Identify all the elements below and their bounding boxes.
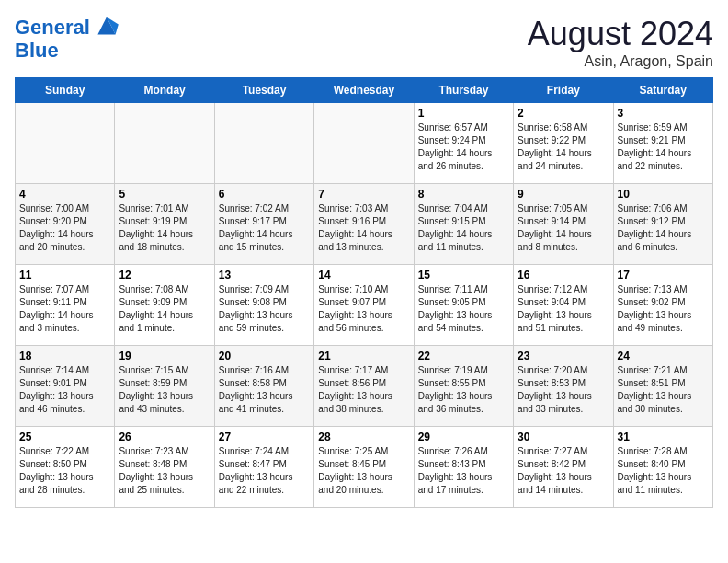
day-number: 22	[418, 350, 509, 362]
header-row: SundayMondayTuesdayWednesdayThursdayFrid…	[16, 78, 713, 103]
day-info: Sunrise: 7:21 AMSunset: 8:51 PMDaylight:…	[618, 364, 709, 416]
calendar-cell: 8Sunrise: 7:04 AMSunset: 9:15 PMDaylight…	[414, 184, 513, 265]
day-number: 29	[418, 431, 509, 443]
day-info: Sunrise: 7:19 AMSunset: 8:55 PMDaylight:…	[418, 364, 509, 416]
calendar-subtitle: Asin, Aragon, Spain	[528, 53, 713, 70]
calendar-cell: 19Sunrise: 7:15 AMSunset: 8:59 PMDayligh…	[115, 346, 214, 427]
day-info: Sunrise: 7:12 AMSunset: 9:04 PMDaylight:…	[518, 283, 609, 335]
calendar-cell: 10Sunrise: 7:06 AMSunset: 9:12 PMDayligh…	[613, 184, 712, 265]
day-info: Sunrise: 7:14 AMSunset: 9:01 PMDaylight:…	[19, 364, 110, 416]
week-row: 1Sunrise: 6:57 AMSunset: 9:24 PMDaylight…	[16, 103, 713, 184]
day-number: 2	[518, 107, 609, 120]
calendar-cell: 18Sunrise: 7:14 AMSunset: 9:01 PMDayligh…	[16, 346, 115, 427]
day-info: Sunrise: 7:15 AMSunset: 8:59 PMDaylight:…	[119, 364, 210, 416]
calendar-title: August 2024	[528, 15, 713, 53]
day-info: Sunrise: 7:08 AMSunset: 9:09 PMDaylight:…	[119, 283, 210, 335]
calendar-cell: 29Sunrise: 7:26 AMSunset: 8:43 PMDayligh…	[414, 427, 513, 508]
week-row: 4Sunrise: 7:00 AMSunset: 9:20 PMDaylight…	[16, 184, 713, 265]
day-number: 30	[518, 431, 609, 443]
weekday-header-friday: Friday	[514, 78, 613, 103]
calendar-cell	[214, 103, 313, 184]
day-info: Sunrise: 7:25 AMSunset: 8:45 PMDaylight:…	[318, 445, 409, 497]
day-info: Sunrise: 7:16 AMSunset: 8:58 PMDaylight:…	[219, 364, 310, 416]
calendar-cell: 6Sunrise: 7:02 AMSunset: 9:17 PMDaylight…	[214, 184, 313, 265]
calendar-cell: 17Sunrise: 7:13 AMSunset: 9:02 PMDayligh…	[613, 265, 712, 346]
weekday-header-wednesday: Wednesday	[314, 78, 414, 103]
day-info: Sunrise: 7:24 AMSunset: 8:47 PMDaylight:…	[219, 445, 310, 497]
day-info: Sunrise: 7:27 AMSunset: 8:42 PMDaylight:…	[518, 445, 609, 497]
calendar-cell: 31Sunrise: 7:28 AMSunset: 8:40 PMDayligh…	[613, 427, 712, 508]
calendar-cell	[115, 103, 214, 184]
day-number: 12	[119, 269, 210, 282]
day-info: Sunrise: 7:06 AMSunset: 9:12 PMDaylight:…	[618, 202, 709, 254]
calendar-cell: 22Sunrise: 7:19 AMSunset: 8:55 PMDayligh…	[414, 346, 513, 427]
logo-icon	[92, 13, 121, 39]
day-info: Sunrise: 7:01 AMSunset: 9:19 PMDaylight:…	[119, 202, 210, 254]
logo: General Blue	[15, 15, 121, 61]
calendar-cell: 7Sunrise: 7:03 AMSunset: 9:16 PMDaylight…	[314, 184, 414, 265]
day-number: 15	[418, 269, 509, 282]
calendar-cell: 1Sunrise: 6:57 AMSunset: 9:24 PMDaylight…	[414, 103, 513, 184]
day-info: Sunrise: 7:20 AMSunset: 8:53 PMDaylight:…	[518, 364, 609, 416]
weekday-header-saturday: Saturday	[613, 78, 712, 103]
calendar-cell: 20Sunrise: 7:16 AMSunset: 8:58 PMDayligh…	[214, 346, 313, 427]
day-info: Sunrise: 7:13 AMSunset: 9:02 PMDaylight:…	[618, 283, 709, 335]
day-number: 17	[618, 269, 709, 282]
calendar-cell	[16, 103, 115, 184]
day-info: Sunrise: 6:57 AMSunset: 9:24 PMDaylight:…	[418, 121, 509, 173]
week-row: 25Sunrise: 7:22 AMSunset: 8:50 PMDayligh…	[16, 427, 713, 508]
weekday-header-thursday: Thursday	[414, 78, 513, 103]
calendar-cell: 5Sunrise: 7:01 AMSunset: 9:19 PMDaylight…	[115, 184, 214, 265]
calendar-cell: 23Sunrise: 7:20 AMSunset: 8:53 PMDayligh…	[514, 346, 613, 427]
day-number: 24	[618, 350, 709, 362]
day-number: 11	[19, 269, 110, 282]
calendar-cell: 13Sunrise: 7:09 AMSunset: 9:08 PMDayligh…	[214, 265, 313, 346]
day-info: Sunrise: 7:11 AMSunset: 9:05 PMDaylight:…	[418, 283, 509, 335]
calendar-cell: 3Sunrise: 6:59 AMSunset: 9:21 PMDaylight…	[613, 103, 712, 184]
calendar-cell: 9Sunrise: 7:05 AMSunset: 9:14 PMDaylight…	[514, 184, 613, 265]
day-info: Sunrise: 7:22 AMSunset: 8:50 PMDaylight:…	[19, 445, 110, 497]
calendar-cell: 30Sunrise: 7:27 AMSunset: 8:42 PMDayligh…	[514, 427, 613, 508]
weekday-header-tuesday: Tuesday	[214, 78, 313, 103]
day-info: Sunrise: 7:04 AMSunset: 9:15 PMDaylight:…	[418, 202, 509, 254]
day-info: Sunrise: 7:10 AMSunset: 9:07 PMDaylight:…	[318, 283, 409, 335]
day-number: 4	[19, 188, 110, 201]
day-number: 1	[418, 107, 509, 120]
page-header: General Blue August 2024 Asin, Aragon, S…	[15, 15, 713, 70]
day-number: 27	[219, 431, 310, 443]
day-number: 25	[19, 431, 110, 443]
day-number: 13	[219, 269, 310, 282]
calendar-table: SundayMondayTuesdayWednesdayThursdayFrid…	[15, 77, 713, 508]
day-number: 16	[518, 269, 609, 282]
calendar-cell	[314, 103, 414, 184]
calendar-cell: 26Sunrise: 7:23 AMSunset: 8:48 PMDayligh…	[115, 427, 214, 508]
day-info: Sunrise: 7:26 AMSunset: 8:43 PMDaylight:…	[418, 445, 509, 497]
calendar-cell: 25Sunrise: 7:22 AMSunset: 8:50 PMDayligh…	[16, 427, 115, 508]
day-info: Sunrise: 7:07 AMSunset: 9:11 PMDaylight:…	[19, 283, 110, 335]
week-row: 11Sunrise: 7:07 AMSunset: 9:11 PMDayligh…	[16, 265, 713, 346]
logo-blue-text: Blue	[15, 40, 121, 61]
calendar-header: SundayMondayTuesdayWednesdayThursdayFrid…	[16, 78, 713, 103]
calendar-cell: 28Sunrise: 7:25 AMSunset: 8:45 PMDayligh…	[314, 427, 414, 508]
day-number: 23	[518, 350, 609, 362]
calendar-cell: 21Sunrise: 7:17 AMSunset: 8:56 PMDayligh…	[314, 346, 414, 427]
calendar-cell: 16Sunrise: 7:12 AMSunset: 9:04 PMDayligh…	[514, 265, 613, 346]
day-info: Sunrise: 7:28 AMSunset: 8:40 PMDaylight:…	[618, 445, 709, 497]
day-info: Sunrise: 6:59 AMSunset: 9:21 PMDaylight:…	[618, 121, 709, 173]
calendar-cell: 12Sunrise: 7:08 AMSunset: 9:09 PMDayligh…	[115, 265, 214, 346]
day-info: Sunrise: 7:09 AMSunset: 9:08 PMDaylight:…	[219, 283, 310, 335]
day-info: Sunrise: 7:23 AMSunset: 8:48 PMDaylight:…	[119, 445, 210, 497]
day-number: 3	[618, 107, 709, 120]
calendar-cell: 11Sunrise: 7:07 AMSunset: 9:11 PMDayligh…	[16, 265, 115, 346]
day-number: 20	[219, 350, 310, 362]
day-info: Sunrise: 7:02 AMSunset: 9:17 PMDaylight:…	[219, 202, 310, 254]
day-info: Sunrise: 7:00 AMSunset: 9:20 PMDaylight:…	[19, 202, 110, 254]
day-number: 5	[119, 188, 210, 201]
weekday-header-monday: Monday	[115, 78, 214, 103]
calendar-body: 1Sunrise: 6:57 AMSunset: 9:24 PMDaylight…	[16, 103, 713, 508]
day-number: 31	[618, 431, 709, 443]
day-number: 14	[318, 269, 409, 282]
calendar-cell: 2Sunrise: 6:58 AMSunset: 9:22 PMDaylight…	[514, 103, 613, 184]
day-number: 8	[418, 188, 509, 201]
day-number: 19	[119, 350, 210, 362]
